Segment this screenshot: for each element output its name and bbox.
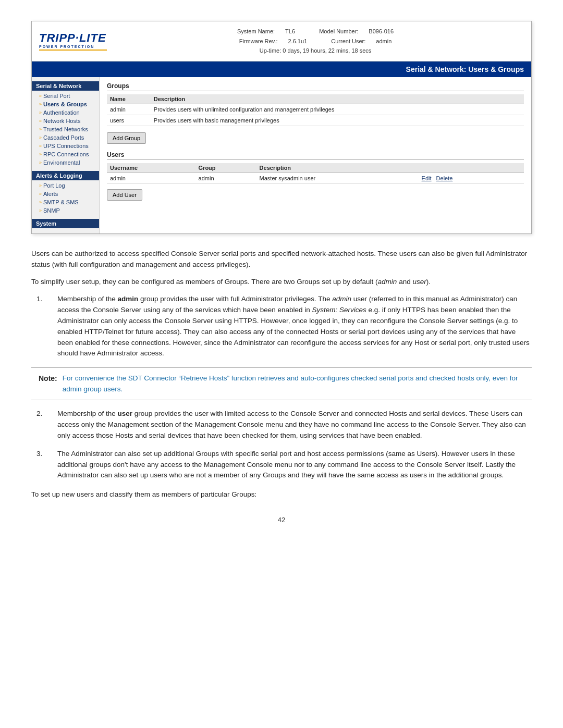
bullet-icon: » [39,152,42,157]
user-group-admin: admin [195,173,256,184]
firmware-label: Firmware Rev.: [239,36,278,46]
sidebar-label-alerts: Alerts [43,191,58,197]
body-text-2-before: To simplify user setup, they can be conf… [31,278,378,286]
sidebar-label-port-log: Port Log [43,182,65,189]
logo-line [39,50,107,51]
sidebar-item-alerts[interactable]: » Alerts [32,190,99,198]
users-col-group: Group [195,163,256,173]
sidebar-item-smtp-sms[interactable]: » SMTP & SMS [32,198,99,206]
numbered-list-continued: 2. Membership of the user group provides… [31,409,532,482]
bullet-icon: » [39,93,42,98]
uptime-row: Up-time: 0 days, 19 hours, 22 mins, 18 s… [260,46,372,56]
logo-text: TRIPP·LITE [39,32,107,44]
users-col-description: Description [256,163,419,173]
page-title-bar: Serial & Network: Users & Groups [32,61,531,77]
users-col-actions [419,163,524,173]
users-section-title: Users [107,151,524,160]
sidebar-item-authentication[interactable]: » Authentication [32,108,99,117]
system-info-top-row: System Name: TL6 Model Number: B096-016 [237,27,394,36]
numbered-list: 1. Membership of the admin group provide… [31,294,532,360]
list-num-3: 3. [31,449,57,482]
sidebar-item-rpc-connections[interactable]: » RPC Connections [32,150,99,158]
groups-col-name: Name [107,94,151,104]
body-text-2-mid: and [397,278,412,286]
bullet-icon: » [39,143,42,149]
bullet-icon: » [39,135,42,140]
system-name-label: System Name: [237,27,275,36]
bullet-icon: » [39,160,42,165]
sidebar-item-cascaded-ports[interactable]: » Cascaded Ports [32,133,99,142]
italic-admin-ref: admin [332,295,351,303]
bullet-icon: » [39,110,42,115]
ui-header: TRIPP·LITE POWER PROTECTION System Name:… [32,21,531,61]
sidebar-label-smtp-sms: SMTP & SMS [43,199,79,205]
list-num-1: 1. [31,294,57,360]
sidebar-item-users-groups[interactable]: » Users & Groups [32,100,99,108]
uptime-text: Up-time: 0 days, 19 hours, 22 mins, 18 s… [260,47,372,54]
sidebar: Serial & Network » Serial Port » Users &… [32,77,100,233]
sidebar-label-ups-connections: UPS Connections [43,143,89,149]
sidebar-label-snmp: SNMP [43,207,60,214]
note-box: Note: For convenience the SDT Connector … [31,367,532,400]
group-desc-admin: Provides users with unlimited configurat… [151,104,524,115]
add-group-button[interactable]: Add Group [107,132,146,144]
note-label: Note: [39,373,57,384]
list-item-1: 1. Membership of the admin group provide… [31,294,532,360]
users-col-username: Username [107,163,195,173]
group-name-admin: admin [107,104,151,115]
sidebar-section-serial-network: Serial & Network [32,81,99,91]
sidebar-label-users-groups: Users & Groups [43,101,87,107]
body-text-1: Users can be authorized to access specif… [31,250,527,268]
body-italic-user: user [412,278,426,286]
list-content-1: Membership of the admin group provides t… [57,294,532,360]
page-number: 42 [31,516,532,524]
list-content-3: The Administrator can also set up additi… [57,449,532,482]
bullet-icon: » [39,200,42,205]
sidebar-label-rpc-connections: RPC Connections [43,151,89,157]
bullet-icon: » [39,191,42,196]
ui-content: Groups Name Description admin Provides u… [100,77,531,233]
user-name-admin: admin [107,173,195,184]
sidebar-item-environmental[interactable]: » Environmental [32,158,99,167]
sidebar-label-authentication: Authentication [43,109,80,116]
delete-user-link[interactable]: Delete [436,175,453,181]
logo-area: TRIPP·LITE POWER PROTECTION [39,32,107,51]
sidebar-gap [32,167,99,171]
bullet-icon: » [39,208,42,213]
model-value: B096-016 [369,27,394,36]
bullet-icon: » [39,102,42,107]
list-content-2: Membership of the user group provides th… [57,409,532,441]
list-num-2: 2. [31,409,57,441]
sidebar-item-network-hosts[interactable]: » Network Hosts [32,117,99,125]
edit-user-link[interactable]: Edit [422,175,432,181]
add-user-button[interactable]: Add User [107,189,142,201]
sidebar-item-trusted-networks[interactable]: » Trusted Networks [32,125,99,133]
sidebar-item-snmp[interactable]: » SNMP [32,206,99,215]
firmware-value: 2.6.1u1 [288,36,307,46]
body-para-2: To simplify user setup, they can be conf… [31,277,532,288]
italic-system-services: System: Services [312,306,366,314]
current-user-value: admin [376,36,391,46]
page-content: TRIPP·LITE POWER PROTECTION System Name:… [31,21,532,524]
sidebar-item-port-log[interactable]: » Port Log [32,181,99,190]
sidebar-label-environmental: Environmental [43,159,80,166]
sidebar-label-trusted-networks: Trusted Networks [43,126,88,132]
page-title: Serial & Network: Users & Groups [406,65,524,73]
bold-admin: admin [118,295,139,303]
ui-body: Serial & Network » Serial Port » Users &… [32,77,531,233]
groups-table: Name Description admin Provides users wi… [107,94,524,126]
sidebar-item-serial-port[interactable]: » Serial Port [32,92,99,100]
bullet-icon: » [39,127,42,132]
groups-section-title: Groups [107,82,524,91]
note-text: For convenience the SDT Connector “Retri… [63,373,524,394]
list-item-2: 2. Membership of the user group provides… [31,409,532,441]
body-final-para: To set up new users and classify them as… [31,489,532,500]
sidebar-item-ups-connections[interactable]: » UPS Connections [32,142,99,150]
system-info-mid-row: Firmware Rev.: 2.6.1u1 Current User: adm… [239,36,392,46]
body-text-2-end: ). [426,278,431,286]
sidebar-section-system: System [32,219,99,228]
body-italic-admin: admin [378,278,397,286]
sidebar-section-alerts: Alerts & Logging [32,171,99,180]
logo-sub: POWER PROTECTION [39,45,107,48]
ui-screenshot: TRIPP·LITE POWER PROTECTION System Name:… [31,21,532,234]
